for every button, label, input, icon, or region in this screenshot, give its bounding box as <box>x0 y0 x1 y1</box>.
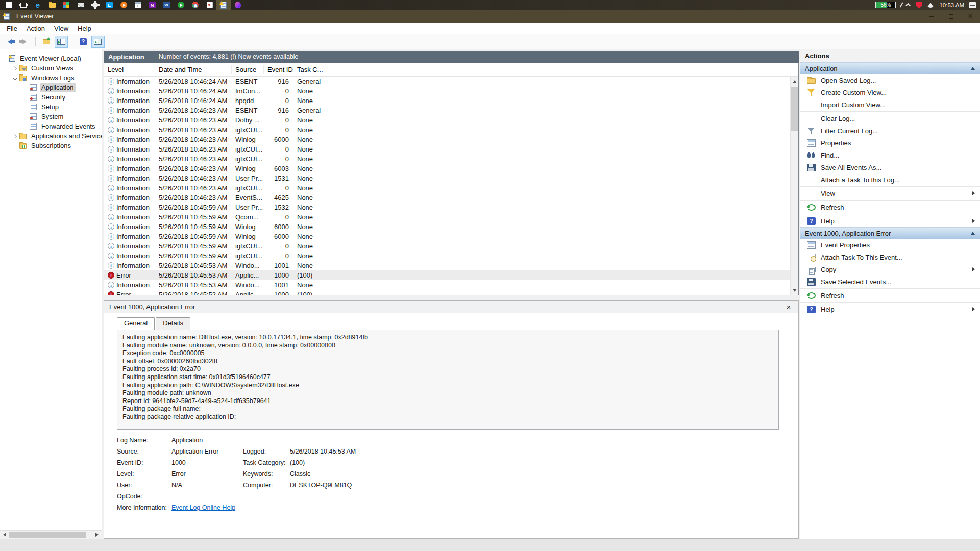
action-attach-a-task-to-this-log[interactable]: Attach a Task To this Log... <box>800 173 980 186</box>
action-help[interactable]: Help <box>800 215 980 227</box>
action-create-custom-view[interactable]: Create Custom View... <box>800 86 980 98</box>
event-row[interactable]: Error5/26/2018 10:45:52 AMApplic...1000(… <box>104 290 798 295</box>
clock[interactable]: 10:53 AM <box>939 2 964 8</box>
forward-button[interactable] <box>18 36 31 48</box>
action-pane-button[interactable] <box>91 36 105 48</box>
taskbar-mail-icon[interactable] <box>74 0 88 10</box>
action-filter-current-log[interactable]: Filter Current Log... <box>800 124 980 137</box>
action-find[interactable]: Find... <box>800 149 980 161</box>
actions-section-event-1000-application-error[interactable]: Event 1000, Application Error <box>800 227 980 239</box>
taskbar-event-viewer-icon[interactable] <box>216 0 231 10</box>
tree-item-setup[interactable]: Setup <box>0 102 102 112</box>
action-properties[interactable]: Properties <box>800 137 980 149</box>
tab-general[interactable]: General <box>117 317 155 330</box>
event-row[interactable]: Information5/26/2018 10:45:53 AMWindo...… <box>104 280 798 290</box>
action-open-saved-log[interactable]: Open Saved Log... <box>800 74 980 86</box>
action-view[interactable]: View <box>800 187 980 199</box>
wifi-icon[interactable] <box>927 3 934 8</box>
tree-horizontal-scrollbar[interactable] <box>0 530 102 539</box>
column-header-date-and-time[interactable]: Date and Time <box>155 65 232 74</box>
event-row[interactable]: Error5/26/2018 10:45:53 AMApplic...1000(… <box>104 270 798 280</box>
scroll-up-icon[interactable] <box>793 80 797 83</box>
preview-close-icon[interactable]: × <box>784 303 793 311</box>
taskbar-edge-icon[interactable] <box>31 0 45 10</box>
action-attach-task-to-this-event[interactable]: Attach Task To This Event... <box>800 251 980 263</box>
taskbar-start-icon[interactable] <box>2 0 16 10</box>
event-log-online-help-link[interactable]: Event Log Online Help <box>172 504 243 511</box>
column-header-source[interactable]: Source <box>232 65 264 74</box>
tree-item-applications-and-services-lo[interactable]: Applications and Services Lo <box>0 131 102 141</box>
event-row[interactable]: Information5/26/2018 10:46:23 AMDolby ..… <box>104 115 798 125</box>
taskbar-word-icon[interactable] <box>159 0 174 10</box>
event-row[interactable]: Information5/26/2018 10:46:24 AMImCon...… <box>104 86 798 96</box>
scroll-down-icon[interactable] <box>793 289 797 292</box>
pen-icon[interactable] <box>900 2 903 8</box>
column-header-task-c[interactable]: Task C... <box>293 65 331 74</box>
battery-indicator[interactable]: 56% <box>875 2 896 8</box>
event-row[interactable]: Information5/26/2018 10:46:23 AMESENT916… <box>104 106 798 115</box>
taskbar-onenote-icon[interactable] <box>145 0 159 10</box>
menu-action[interactable]: Action <box>22 24 50 32</box>
collapse-arrow-icon[interactable] <box>971 232 975 235</box>
taskbar-file-explorer-icon[interactable] <box>45 0 59 10</box>
event-row[interactable]: Information5/26/2018 10:45:59 AMWinlog60… <box>104 232 798 241</box>
action-import-custom-view[interactable]: Import Custom View... <box>800 98 980 111</box>
event-row[interactable]: Information5/26/2018 10:46:23 AMWinlog60… <box>104 135 798 144</box>
event-row[interactable]: Information5/26/2018 10:45:59 AMWinlog60… <box>104 222 798 232</box>
taskbar-store-icon[interactable] <box>59 0 74 10</box>
console-tree-pane-button[interactable] <box>55 36 68 48</box>
event-row[interactable]: Information5/26/2018 10:45:59 AMQcom...0… <box>104 212 798 222</box>
taskbar-calendar-icon[interactable] <box>131 0 145 10</box>
close-button[interactable]: × <box>961 10 980 23</box>
event-row[interactable]: Information5/26/2018 10:46:23 AMEventS..… <box>104 193 798 203</box>
taskbar-solitaire-icon[interactable] <box>202 0 216 10</box>
action-help[interactable]: Help <box>800 303 980 315</box>
scrollbar-thumb[interactable] <box>9 532 86 538</box>
collapse-arrow-icon[interactable] <box>971 67 975 70</box>
event-row[interactable]: Information5/26/2018 10:46:23 AMWinlog60… <box>104 164 798 173</box>
tree-item-forwarded-events[interactable]: Forwarded Events <box>0 121 102 131</box>
action-clear-log[interactable]: Clear Log... <box>800 112 980 124</box>
back-button[interactable] <box>3 36 16 48</box>
action-save-all-events-as[interactable]: Save All Events As... <box>800 161 980 173</box>
taskbar-line-app-icon[interactable] <box>102 0 116 10</box>
action-refresh[interactable]: Refresh <box>800 289 980 302</box>
taskbar-settings-icon[interactable] <box>88 0 102 10</box>
taskbar-media-player-green-icon[interactable] <box>174 0 188 10</box>
column-header-event-id[interactable]: Event ID <box>264 65 293 74</box>
taskbar-paint3d-icon[interactable] <box>231 0 245 10</box>
help-button[interactable] <box>77 36 90 48</box>
event-row[interactable]: Information5/26/2018 10:46:24 AMhpqdd0No… <box>104 96 798 106</box>
action-save-selected-events[interactable]: Save Selected Events... <box>800 276 980 288</box>
tree-item-windows-logs[interactable]: Windows Logs <box>0 73 102 83</box>
event-row[interactable]: Information5/26/2018 10:45:59 AMigfxCUI.… <box>104 251 798 261</box>
event-row[interactable]: Information5/26/2018 10:46:23 AMigfxCUI.… <box>104 154 798 164</box>
scroll-right-icon[interactable] <box>95 533 99 537</box>
event-row[interactable]: Information5/26/2018 10:45:53 AMWindo...… <box>104 261 798 270</box>
menu-help[interactable]: Help <box>73 24 96 32</box>
event-row[interactable]: Information5/26/2018 10:45:59 AMUser Pr.… <box>104 203 798 212</box>
action-center-icon[interactable] <box>969 2 976 8</box>
up-level-button[interactable] <box>40 36 53 48</box>
taskbar-media-player-orange-icon[interactable] <box>116 0 131 10</box>
event-row[interactable]: Information5/26/2018 10:46:23 AMigfxCUI.… <box>104 183 798 193</box>
tree-item-custom-views[interactable]: Custom Views <box>0 63 102 73</box>
tree-item-event-viewer-local[interactable]: Event Viewer (Local) <box>0 54 102 63</box>
security-shield-icon[interactable] <box>916 2 922 8</box>
scroll-left-icon[interactable] <box>3 533 6 537</box>
tree-item-subscriptions[interactable]: Subscriptions <box>0 141 102 151</box>
event-list-scrollbar[interactable] <box>790 77 798 295</box>
scrollbar-thumb[interactable] <box>791 87 798 131</box>
taskbar-chrome-icon[interactable] <box>188 0 202 10</box>
action-event-properties[interactable]: Event Properties <box>800 239 980 251</box>
event-row[interactable]: Information5/26/2018 10:45:59 AMigfxCUI.… <box>104 241 798 251</box>
menu-view[interactable]: View <box>50 24 73 32</box>
tree-item-system[interactable]: System <box>0 112 102 121</box>
tree-item-security[interactable]: Security <box>0 92 102 102</box>
tab-details[interactable]: Details <box>156 317 190 330</box>
column-header-level[interactable]: Level <box>104 65 155 74</box>
tree-item-application[interactable]: Application <box>0 83 102 92</box>
taskbar-task-view-icon[interactable] <box>16 0 31 10</box>
menu-file[interactable]: File <box>2 24 22 32</box>
actions-section-application[interactable]: Application <box>800 62 980 74</box>
